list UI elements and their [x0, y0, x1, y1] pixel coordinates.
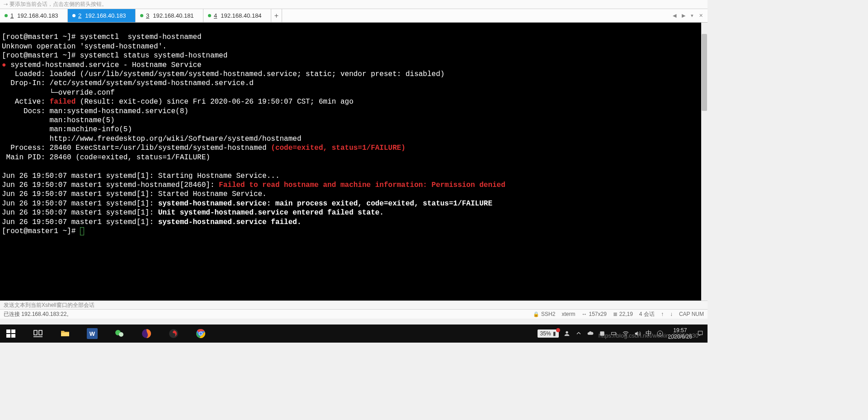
tab-index: 3: [146, 12, 149, 19]
wechat-button[interactable]: [108, 325, 130, 343]
log-bold: systemd-hostnamed.service: main process …: [158, 200, 492, 208]
output-line: Main PID: 28460 (code=exited, status=1/F…: [2, 153, 210, 162]
terminal-output[interactable]: [root@master1 ~]# systemctl systemd-host…: [0, 23, 708, 301]
status-dot-icon: [5, 14, 8, 17]
output-line: Docs: man:systemd-hostnamed.service(8): [2, 107, 189, 115]
command: systemctl status systemd-hostnamed: [80, 52, 227, 60]
clock-time: 19:57: [668, 327, 692, 334]
terminal-type: xterm: [561, 311, 575, 317]
svg-rect-1: [11, 329, 15, 333]
session-count: 4 会话: [639, 310, 655, 318]
session-hint-bar: ⇢ 要添加当前会话，点击左侧的箭头按钮。: [0, 0, 708, 9]
nav-up-icon[interactable]: ↑: [661, 311, 664, 317]
swirl-icon: [168, 328, 179, 339]
todesk-button[interactable]: [163, 325, 184, 343]
volume-icon[interactable]: [634, 330, 641, 337]
terminal-scrollbar[interactable]: [701, 23, 708, 301]
prev-tab-icon[interactable]: ◀: [671, 12, 678, 19]
tab-label: 192.168.40.183: [17, 12, 58, 19]
pane-window-controls: ◀ ▶ ▾ ✕: [671, 9, 708, 22]
log-line: Jun 26 19:50:07 master1 systemd[1]: Star…: [2, 172, 280, 180]
prompt: [root@master1 ~]#: [2, 227, 80, 235]
svg-rect-5: [39, 330, 42, 335]
security-icon[interactable]: [599, 330, 606, 337]
output-line: http://www.freedesktop.org/wiki/Software…: [2, 135, 302, 143]
log-prefix: Jun 26 19:50:07 master1 systemd[1]:: [2, 209, 158, 217]
status-bullet-icon: ●: [2, 61, 6, 69]
status-dot-icon: [72, 14, 75, 17]
notifications-icon[interactable]: [697, 330, 704, 337]
svg-rect-4: [34, 330, 37, 335]
tab-bar: 1 192.168.40.183 2 192.168.40.183 3 192.…: [0, 9, 708, 23]
tab-label: 192.168.40.184: [221, 12, 261, 19]
wechat-icon: [114, 328, 125, 339]
svg-point-8: [119, 332, 123, 337]
command: systemctl systemd-hostnamed: [80, 33, 202, 41]
output-line: man:machine-info(5): [2, 125, 132, 134]
ime-indicator[interactable]: 中: [646, 329, 652, 338]
svg-rect-2: [6, 334, 10, 338]
log-bold: Unit systemd-hostnamed.service entered f…: [158, 209, 384, 217]
tab-session-4[interactable]: 4 192.168.40.184: [203, 9, 271, 22]
broadcast-placeholder: 发送文本到当前Xshell窗口的全部会话: [4, 302, 94, 308]
svg-rect-17: [616, 333, 616, 334]
status-dot-icon: [140, 14, 143, 17]
folder-icon: [60, 328, 71, 339]
alert-dot-icon: [556, 328, 560, 332]
close-pane-icon[interactable]: ✕: [697, 12, 705, 19]
hint-text: 要添加当前会话，点击左侧的箭头按钮。: [9, 0, 107, 8]
tray-expand-icon[interactable]: [575, 330, 582, 337]
clock-date: 2020/6/26: [668, 334, 692, 340]
log-error: Failed to read hostname and machine info…: [219, 181, 505, 189]
taskbar-clock[interactable]: 19:57 2020/6/26: [668, 327, 692, 340]
battery-indicator[interactable]: 35% ▮: [538, 329, 559, 338]
svg-rect-15: [600, 331, 604, 335]
log-prefix: Jun 26 19:50:07 master1 systemd[1]:: [2, 200, 158, 208]
log-bold: systemd-hostnamed.service failed.: [158, 218, 302, 226]
svg-rect-3: [11, 334, 15, 338]
tab-index: 4: [214, 12, 217, 19]
scrollbar-thumb[interactable]: [702, 34, 707, 111]
terminal-cursor: [80, 227, 84, 235]
output-line: man:hostname(5): [2, 116, 115, 124]
add-tab-button[interactable]: +: [271, 9, 282, 22]
prompt: [root@master1 ~]#: [2, 52, 80, 60]
next-tab-icon[interactable]: ▶: [680, 12, 687, 19]
nav-down-icon[interactable]: ↓: [670, 311, 673, 317]
tab-label: 192.168.40.181: [153, 12, 193, 19]
task-view-icon: [33, 328, 43, 339]
broadcast-input-bar[interactable]: 发送文本到当前Xshell窗口的全部会话: [0, 301, 708, 310]
status-dot-icon: [208, 14, 211, 17]
output-line: Loaded: loaded (/usr/lib/systemd/system/…: [2, 70, 444, 78]
svg-rect-16: [611, 332, 615, 334]
battery-tray-icon[interactable]: [610, 330, 618, 337]
capslock-numlock: CAP NUM: [679, 311, 704, 317]
start-menu-button[interactable]: [0, 325, 22, 343]
tab-list-icon[interactable]: ▾: [689, 12, 695, 19]
tab-index: 2: [78, 12, 81, 19]
system-tray: 35% ▮ 中 19:57 2020/6/26: [538, 327, 708, 340]
ime-mode-icon[interactable]: [656, 330, 664, 337]
protocol: SSH2: [541, 311, 555, 317]
people-icon[interactable]: [563, 330, 571, 337]
active-label: Active:: [2, 98, 50, 106]
status-bar: 已连接 192.168.40.183:22。 🔒SSH2 xterm ↔ 157…: [0, 310, 708, 319]
active-status: failed: [50, 98, 76, 106]
wifi-icon[interactable]: [622, 330, 629, 337]
svg-rect-20: [698, 331, 702, 335]
onedrive-icon[interactable]: [587, 330, 594, 337]
file-explorer-button[interactable]: [54, 325, 76, 343]
tab-session-3[interactable]: 3 192.168.40.181: [136, 9, 203, 22]
output-line: └─override.conf: [2, 89, 115, 97]
firefox-button[interactable]: [136, 325, 157, 343]
task-view-button[interactable]: [27, 325, 49, 343]
word-button[interactable]: W: [81, 325, 103, 343]
chrome-button[interactable]: [190, 325, 212, 343]
process-label: Process: 28460 ExecStart=/usr/lib/system…: [2, 144, 271, 152]
tab-session-2[interactable]: 2 192.168.40.183: [68, 9, 136, 22]
resize-icon: ↔: [581, 311, 587, 317]
output-line: Unknown operation 'systemd-hostnamed'.: [2, 43, 167, 51]
log-prefix: Jun 26 19:50:07 master1 systemd[1]:: [2, 218, 158, 226]
tab-session-1[interactable]: 1 192.168.40.183: [0, 9, 68, 22]
output-line: Drop-In: /etc/systemd/system/systemd-hos…: [2, 79, 254, 87]
